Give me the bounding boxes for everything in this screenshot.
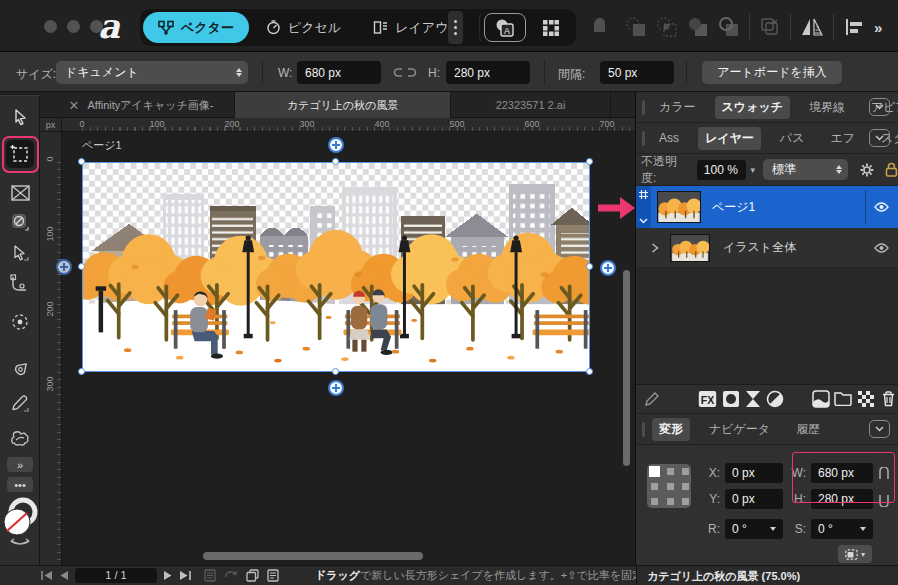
- tab-paths[interactable]: パス: [773, 127, 812, 150]
- toolbar-overflow-chevron[interactable]: »: [874, 19, 882, 36]
- persona-pixel[interactable]: ピクセル: [251, 12, 356, 43]
- panel-grip[interactable]: [642, 131, 645, 146]
- vector-crop-tool[interactable]: [6, 179, 34, 207]
- first-page-icon[interactable]: [40, 570, 53, 581]
- insert-artboard-button[interactable]: アートボードを挿入: [702, 61, 842, 84]
- y-input[interactable]: 0 px: [725, 489, 783, 509]
- tab-transform[interactable]: 変形: [652, 418, 690, 441]
- caret-down-icon[interactable]: [770, 527, 776, 531]
- selection-handle-t[interactable]: [332, 158, 339, 165]
- boolean-subtract-icon[interactable]: [625, 16, 647, 38]
- anchor-point-selector[interactable]: [645, 462, 693, 510]
- duplicate-page-icon[interactable]: [246, 569, 259, 582]
- doc-tab-3[interactable]: 22323571 2.ai: [451, 92, 611, 118]
- size-select[interactable]: ドキュメント: [56, 61, 248, 84]
- artboard-tool[interactable]: [6, 140, 34, 168]
- gap-input[interactable]: 50 px: [600, 61, 674, 84]
- edit-layer-icon[interactable]: [644, 390, 661, 407]
- point-transform-tool[interactable]: [6, 308, 34, 336]
- tab-color[interactable]: カラー: [652, 96, 703, 119]
- canvas-viewport[interactable]: px 0100200300400500600700 0100200300 ページ…: [40, 118, 635, 565]
- mask-layer-icon[interactable]: [722, 390, 740, 408]
- move-tool[interactable]: [6, 103, 34, 131]
- traffic-light-minimize[interactable]: [67, 20, 80, 33]
- caret-down-icon[interactable]: [860, 527, 866, 531]
- add-artboard-left-button[interactable]: [56, 259, 72, 275]
- doc-tab-2[interactable]: カテゴリ上の秋の風景: [235, 92, 451, 118]
- boolean-combine-icon[interactable]: [718, 16, 740, 38]
- transparency-checker-icon[interactable]: [857, 390, 874, 407]
- blend-mode-select[interactable]: 標準: [763, 159, 848, 180]
- persona-vector[interactable]: ベクター: [143, 12, 249, 43]
- layers-list-empty-area[interactable]: [636, 268, 898, 385]
- flip-horizontal-icon[interactable]: [800, 16, 824, 38]
- vertical-scrollbar[interactable]: [623, 270, 630, 466]
- previous-page-icon[interactable]: [59, 570, 69, 581]
- doc-tab-1[interactable]: ✕ Affinityアイキャッチ画像-: [40, 92, 235, 118]
- add-artboard-bottom-button[interactable]: [328, 380, 344, 396]
- boolean-divide-icon[interactable]: [687, 16, 709, 38]
- fill-stroke-selector[interactable]: [1, 497, 39, 549]
- add-artboard-top-button[interactable]: [328, 137, 344, 153]
- toolbar-menu-kebab[interactable]: [448, 11, 463, 44]
- layer-row-illustration[interactable]: イラスト全体: [636, 228, 898, 268]
- sync-view-icon[interactable]: [224, 570, 238, 581]
- pages-list-icon[interactable]: [204, 569, 216, 582]
- link-dimensions-icon[interactable]: [393, 67, 417, 78]
- panel-grip[interactable]: [642, 422, 645, 437]
- lock-icon[interactable]: [885, 162, 898, 177]
- page-indicator[interactable]: 1 / 1: [75, 568, 157, 583]
- selection-handle-r[interactable]: [586, 263, 593, 270]
- more-tools-chevron[interactable]: »: [7, 457, 33, 472]
- tab-stroke[interactable]: 境界線: [802, 96, 852, 119]
- pencil-tool[interactable]: [6, 389, 34, 417]
- insert-inside-button[interactable]: A: [484, 13, 526, 42]
- tools-ellipsis-button[interactable]: •••: [7, 477, 33, 492]
- selection-handle-l[interactable]: [78, 263, 85, 270]
- traffic-light-close[interactable]: [44, 20, 57, 33]
- corner-tool[interactable]: [6, 270, 34, 298]
- layer-row-page1[interactable]: ページ1: [636, 186, 898, 228]
- last-page-icon[interactable]: [179, 570, 192, 581]
- vector-brush-tool[interactable]: [6, 424, 34, 452]
- close-tab-icon[interactable]: ✕: [61, 98, 88, 113]
- node-tool[interactable]: [6, 239, 34, 267]
- add-artboard-right-button[interactable]: [600, 260, 616, 276]
- selection-handle-b[interactable]: [332, 368, 339, 375]
- tab-assets[interactable]: Ass: [652, 128, 686, 148]
- document-info-icon[interactable]: [267, 569, 279, 582]
- artboard[interactable]: [82, 162, 590, 372]
- rotation-input[interactable]: 0 °: [725, 519, 783, 539]
- boolean-add-icon[interactable]: [594, 16, 616, 38]
- live-filter-icon[interactable]: [766, 390, 784, 408]
- tab-swatches[interactable]: スウォッチ: [715, 96, 790, 119]
- w-input[interactable]: 680 px: [811, 463, 873, 483]
- selection-handle-tl[interactable]: [78, 158, 85, 165]
- transform-options-button[interactable]: ▾: [838, 545, 872, 563]
- shear-input[interactable]: 0 °: [811, 519, 873, 539]
- layer-effects-fx-icon[interactable]: FX: [698, 390, 717, 408]
- snapping-options-button[interactable]: [530, 13, 572, 42]
- selection-handle-tr[interactable]: [586, 158, 593, 165]
- visibility-eye-icon[interactable]: [874, 243, 889, 253]
- alignment-icon[interactable]: [843, 16, 865, 38]
- panel-collapse-button[interactable]: [869, 129, 890, 147]
- new-group-folder-icon[interactable]: [834, 390, 852, 406]
- tab-layers[interactable]: レイヤー: [698, 127, 761, 150]
- artboard-name-label[interactable]: ページ1: [82, 138, 122, 153]
- boolean-intersect-icon[interactable]: [656, 16, 678, 38]
- height-input[interactable]: 280 px: [446, 61, 530, 84]
- width-input[interactable]: 680 px: [297, 61, 381, 84]
- opacity-input[interactable]: 100 %: [697, 160, 747, 180]
- adjustment-layer-icon[interactable]: [745, 390, 761, 408]
- pen-tool[interactable]: [6, 355, 34, 383]
- tab-navigator[interactable]: ナビゲータ: [702, 418, 777, 441]
- h-input[interactable]: 280 px: [811, 489, 873, 509]
- tab-history[interactable]: 履歴: [789, 418, 827, 441]
- tab-effects[interactable]: エフ: [823, 127, 862, 150]
- artboard-layer-strip[interactable]: [636, 186, 651, 228]
- selection-handle-br[interactable]: [586, 368, 593, 375]
- visibility-eye-icon[interactable]: [874, 202, 889, 212]
- chevron-right-icon[interactable]: [651, 243, 659, 253]
- move-to-layer-icon[interactable]: [759, 16, 781, 38]
